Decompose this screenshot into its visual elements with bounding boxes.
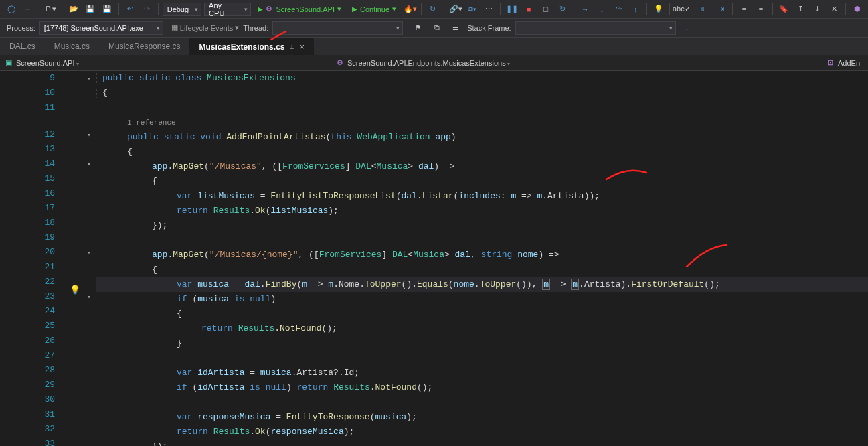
solution-config-dropdown[interactable]: Debug (163, 3, 201, 16)
pin-icon[interactable]: ⟂ (290, 43, 294, 50)
lifecycle-dropdown[interactable]: ▦ Lifecycle Events ▾ (171, 23, 239, 32)
restart-debug-icon[interactable]: ↻ (555, 2, 570, 17)
restart-icon[interactable]: ↻ (426, 2, 440, 17)
overflow-icon[interactable]: ⋯ (482, 2, 496, 17)
uncomment-icon[interactable]: ≡ (754, 2, 768, 17)
continue-button[interactable]: Continue ▾ (348, 2, 400, 17)
startup-project-button[interactable]: ⚙ScreenSound.API ▾ (254, 2, 345, 17)
browser-link-icon[interactable]: 🔗▾ (448, 2, 462, 17)
process-label: Process: (7, 24, 35, 32)
show-next-icon[interactable]: → (578, 2, 592, 17)
nav-bar: ▣ ScreenSound.API ⚙ ScreenSound.API.Endp… (0, 55, 868, 71)
tab-musicasextensions[interactable]: MusicasExtensions.cs ⟂ × (189, 38, 314, 55)
fold-toggle-icon[interactable]: ▾ (83, 289, 95, 304)
code-lens[interactable]: 1 reference (96, 115, 868, 130)
hot-reload-icon[interactable]: 🔥▾ (403, 2, 417, 17)
platform-dropdown[interactable]: Any CPU (204, 3, 250, 16)
save-icon[interactable]: 💾 (83, 2, 97, 17)
bookmark-next-icon[interactable]: ⤓ (810, 2, 824, 17)
member-dropdown[interactable]: AddEn (838, 59, 860, 67)
tab-dal[interactable]: DAL.cs (0, 38, 45, 55)
tab-label: Musica.cs (54, 42, 90, 51)
extensions-icon[interactable]: ⬢ (850, 2, 864, 17)
line-number-gutter: 9 10 11 12 13 14 15 16 17 18 19 20 21 22… (0, 71, 67, 446)
step-out-icon[interactable]: ↑ (628, 2, 642, 17)
document-tabs: DAL.cs Musica.cs MusicaResponse.cs Music… (0, 38, 868, 55)
new-item-icon[interactable]: 🗋▾ (44, 2, 58, 17)
tab-label: DAL.cs (9, 42, 35, 51)
code-content[interactable]: public static class MusicasExtensions { … (95, 71, 868, 446)
startup-project-label: ScreenSound.API (276, 5, 335, 13)
tab-label: MusicaResponse.cs (108, 42, 180, 51)
thread-dropdown[interactable] (272, 21, 403, 35)
tab-label: MusicasExtensions.cs (199, 42, 284, 52)
main-toolbar: ◯ → 🗋▾ 📂 💾 💾 ↶ ↷ Debug Any CPU ⚙ScreenSo… (0, 0, 868, 19)
bookmark-icon[interactable]: 🔖 (777, 2, 791, 17)
bookmark-prev-icon[interactable]: ⤒ (794, 2, 808, 17)
live-share-icon[interactable]: ⧉▾ (465, 2, 479, 17)
redo-icon[interactable]: ↷ (140, 2, 154, 17)
nav-fwd-icon[interactable]: → (21, 2, 35, 17)
stop-all-icon[interactable]: ◻ (539, 2, 553, 17)
csharp-project-icon: ▣ (4, 58, 13, 68)
fold-toggle-icon[interactable]: ▾ (83, 245, 95, 260)
open-icon[interactable]: 📂 (66, 2, 80, 17)
code-editor[interactable]: 9 10 11 12 13 14 15 16 17 18 19 20 21 22… (0, 71, 868, 446)
type-dropdown[interactable]: ScreenSound.API.Endpoints.MusicasExtensi… (347, 59, 510, 67)
lightbulb-icon[interactable]: 💡 (70, 285, 80, 295)
tab-musicaresponse[interactable]: MusicaResponse.cs (99, 38, 189, 55)
method-icon: ⊡ (826, 58, 835, 68)
project-dropdown[interactable]: ScreenSound.API (16, 59, 327, 67)
step-over-icon[interactable]: ↷ (612, 2, 626, 17)
thread-label: Thread: (243, 24, 268, 32)
nav-back-icon[interactable]: ◯ (4, 2, 18, 17)
glyph-margin: 💡 (67, 71, 83, 446)
spell-check-icon[interactable]: abc✓ (674, 2, 689, 17)
fold-toggle-icon[interactable]: ▾ (83, 157, 95, 171)
flag-icon[interactable]: ⚑ (411, 21, 426, 35)
fold-toggle-icon[interactable]: ▾ (83, 127, 95, 142)
threads-icon[interactable]: ⧉ (430, 21, 444, 35)
process-dropdown[interactable]: [17748] ScreenSound.API.exe (39, 21, 163, 35)
stop-icon[interactable]: ■ (522, 2, 536, 17)
tab-musica[interactable]: Musica.cs (45, 38, 99, 55)
debug-toolbar: Process: [17748] ScreenSound.API.exe ▦ L… (0, 19, 868, 38)
stackframe-label: Stack Frame: (467, 24, 511, 32)
debug-overflow-icon[interactable]: ⋮ (680, 21, 695, 35)
callstack-icon[interactable]: ☰ (448, 21, 463, 35)
fold-gutter: ▾ ▾ ▾ ▾ ▾ (83, 71, 95, 446)
app-insights-icon[interactable]: 💡 (651, 2, 665, 17)
fold-toggle-icon[interactable]: ▾ (83, 71, 95, 86)
bookmark-clear-icon[interactable]: ✕ (827, 2, 841, 17)
class-icon: ⚙ (335, 58, 345, 68)
pause-icon[interactable]: ❚❚ (505, 2, 519, 17)
stackframe-dropdown[interactable] (515, 21, 676, 35)
close-icon[interactable]: × (299, 42, 305, 52)
step-into-icon[interactable]: ↓ (595, 2, 609, 17)
continue-label: Continue (360, 5, 389, 13)
comment-icon[interactable]: ≡ (737, 2, 751, 17)
undo-icon[interactable]: ↶ (123, 2, 137, 17)
indent-left-icon[interactable]: ⇤ (697, 2, 711, 17)
save-all-icon[interactable]: 💾 (100, 2, 114, 17)
indent-right-icon[interactable]: ⇥ (714, 2, 728, 17)
